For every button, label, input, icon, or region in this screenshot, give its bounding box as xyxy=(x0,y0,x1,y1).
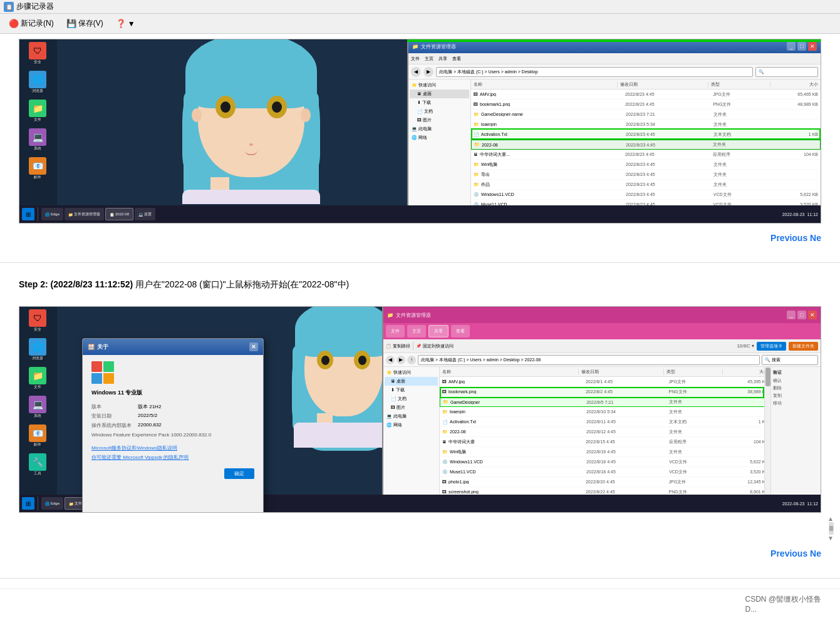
main-content: 🛡 安全 🌐 浏览器 📁 文件 💻 系统 xyxy=(0,34,840,619)
save-label: 保存(V) xyxy=(78,18,103,29)
file-explorer-title: 文件资源管理器 xyxy=(421,43,456,50)
new-record-label: 新记录(N) xyxy=(21,18,54,29)
toolbar: 🔴 新记录(N) 💾 保存(V) ❓ ▼ xyxy=(0,14,840,34)
step1-nav-area: Previous Ne xyxy=(0,229,840,247)
previous-next-link-2[interactable]: Previous Ne xyxy=(770,548,821,558)
step2-label: Step 2: (2022/8/23 11:12:52) 用户在"2022-08… xyxy=(0,273,840,296)
divider-1 xyxy=(0,262,840,263)
dialog-version: 版本 21H2 xyxy=(138,403,161,410)
step2-section: 🛡 安全 🌐 浏览器 📁 文件 💻 系统 xyxy=(0,301,840,568)
watermark-text2: D... xyxy=(745,605,757,614)
previous-next-link-1[interactable]: Previous Ne xyxy=(770,233,821,243)
app-title: 步骤记录器 xyxy=(16,1,54,12)
step2-screenshot: 🛡 安全 🌐 浏览器 📁 文件 💻 系统 xyxy=(19,306,821,513)
new-record-icon: 🔴 xyxy=(9,19,19,29)
page-footer: CSDN @髻缰杈小怪鲁 D... xyxy=(0,589,840,619)
save-icon: 💾 xyxy=(66,19,76,29)
csdn-watermark: CSDN @髻缰杈小怪鲁 D... xyxy=(745,594,821,614)
step2-prefix: Step 2: (2022/8/23 11:12:52) xyxy=(19,279,135,289)
about-dialog-title: 关于 xyxy=(97,343,108,351)
save-button[interactable]: 💾 保存(V) xyxy=(61,16,108,31)
step2-label-text: Step 2: xyxy=(19,279,48,289)
help-icon: ❓ xyxy=(116,19,126,29)
step2-nav-area: Previous Ne xyxy=(0,544,840,563)
step1-section: 🛡 安全 🌐 浏览器 📁 文件 💻 系统 xyxy=(0,34,840,252)
app-icon: 📋 xyxy=(4,2,14,12)
step2-timestamp: (2022/8/23 11:12:52) xyxy=(51,279,133,289)
new-record-button[interactable]: 🔴 新记录(N) xyxy=(4,16,59,31)
title-bar: 📋 步骤记录器 xyxy=(0,0,840,14)
dialog-ok-button[interactable]: 确定 xyxy=(224,468,254,479)
step2-description: 用户在"2022-08 (窗口)"上鼠标拖动开始(在"2022-08"中) xyxy=(135,279,349,289)
watermark-text: CSDN @髻缰杈小怪鲁 xyxy=(745,595,821,604)
help-dropdown-icon: ▼ xyxy=(128,19,135,28)
help-button[interactable]: ❓ ▼ xyxy=(111,17,140,31)
step1-screenshot: 🛡 安全 🌐 浏览器 📁 文件 💻 系统 xyxy=(19,39,821,224)
divider-2 xyxy=(0,578,840,579)
windows-edition: Windows 11 专业版 xyxy=(91,389,254,397)
experience-pack: Windows Feature Experience Pack 1000.220… xyxy=(91,431,254,438)
